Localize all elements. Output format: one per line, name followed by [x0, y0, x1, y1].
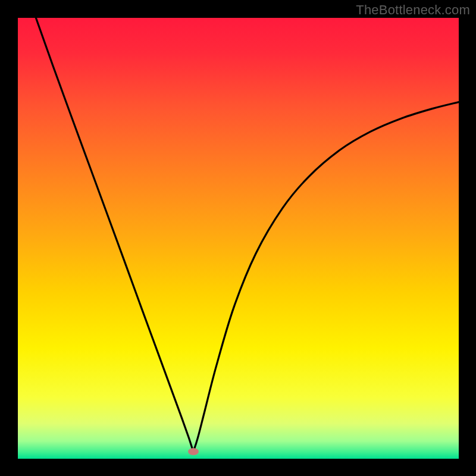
- plot-area: [18, 18, 459, 459]
- chart-frame: TheBottleneck.com: [0, 0, 476, 476]
- bottleneck-curve: [18, 18, 459, 459]
- minimum-marker: [188, 448, 199, 455]
- watermark-text: TheBottleneck.com: [356, 2, 470, 18]
